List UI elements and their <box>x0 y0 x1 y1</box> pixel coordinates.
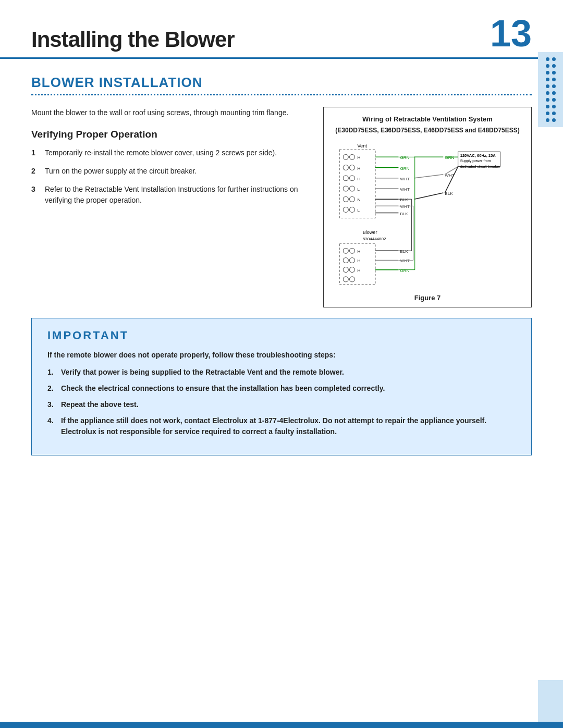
step-text-3: Refer to the Retractable Vent Installati… <box>45 184 308 206</box>
bottom-right-accent <box>538 680 563 722</box>
svg-point-5 <box>349 165 354 170</box>
important-intro: If the remote blower does not operate pr… <box>47 350 516 361</box>
svg-point-10 <box>343 186 348 191</box>
svg-text:Supply power from: Supply power from <box>460 159 491 163</box>
page-header: Installing the Blower 13 <box>0 0 563 59</box>
step-3: 3 Refer to the Retractable Vent Installa… <box>31 184 308 206</box>
svg-text:L: L <box>358 187 360 192</box>
step-number-2: 2 <box>31 166 40 177</box>
svg-text:WHT: WHT <box>400 204 409 209</box>
svg-text:WHT: WHT <box>400 258 409 263</box>
svg-point-2 <box>349 154 354 159</box>
svg-point-57 <box>343 277 348 282</box>
important-heading: IMPORTANT <box>47 329 516 342</box>
important-item-text-3: Repeat the above test. <box>61 399 139 410</box>
step-1: 1 Temporarily re-install the remote blow… <box>31 147 308 158</box>
dotted-rule <box>31 94 532 95</box>
svg-text:WHT: WHT <box>400 187 409 192</box>
right-column: Wiring of Retractable Ventilation System… <box>323 107 532 307</box>
svg-point-54 <box>343 267 348 273</box>
important-item-text-2: Check the electrical connections to ensu… <box>61 383 385 394</box>
step-number-3: 3 <box>31 184 40 206</box>
svg-text:H: H <box>358 155 361 160</box>
svg-text:5304444802: 5304444802 <box>363 237 386 241</box>
svg-text:H: H <box>358 166 361 171</box>
important-item-number-4: 4. <box>47 415 57 437</box>
svg-point-17 <box>349 207 354 212</box>
svg-point-52 <box>349 257 354 263</box>
svg-text:H: H <box>358 258 361 263</box>
svg-line-35 <box>414 175 444 178</box>
vent-label: Vent <box>358 143 368 149</box>
wiring-subtitle: (E30DD75ESS, E36DD75ESS, E46DD75ESS and … <box>330 126 525 135</box>
svg-line-37 <box>414 193 444 199</box>
svg-point-55 <box>349 267 354 273</box>
blower-label: Blower <box>363 230 377 235</box>
important-item-number-3: 3. <box>47 399 57 410</box>
svg-text:H: H <box>358 249 361 254</box>
two-column-layout: Mount the blower to the wall or roof usi… <box>31 107 532 307</box>
steps-list: 1 Temporarily re-install the remote blow… <box>31 147 308 206</box>
left-column: Mount the blower to the wall or roof usi… <box>31 107 308 307</box>
svg-point-1 <box>343 154 348 159</box>
important-item-number-1: 1. <box>47 367 57 378</box>
svg-text:H: H <box>358 268 361 273</box>
important-item-1: 1. Verify that power is being supplied t… <box>47 367 516 378</box>
svg-text:dedicated circuit breaker: dedicated circuit breaker <box>460 165 501 168</box>
svg-point-16 <box>343 207 348 212</box>
svg-text:BLK: BLK <box>400 212 408 216</box>
page-number: 13 <box>490 15 532 52</box>
important-item-text-1: Verify that power is being supplied to t… <box>61 367 344 378</box>
svg-text:H: H <box>358 177 361 181</box>
svg-point-13 <box>343 196 348 202</box>
svg-point-8 <box>349 176 354 181</box>
intro-text: Mount the blower to the wall or roof usi… <box>31 107 308 118</box>
sub-heading: Verifying Proper Operation <box>31 129 308 140</box>
step-text-2: Turn on the power supply at the circuit … <box>45 166 197 177</box>
page-title: Installing the Blower <box>31 27 235 52</box>
important-list: 1. Verify that power is being supplied t… <box>47 367 516 437</box>
svg-text:L: L <box>358 208 360 213</box>
important-item-3: 3. Repeat the above test. <box>47 399 516 410</box>
important-box: IMPORTANT If the remote blower does not … <box>31 318 532 455</box>
svg-text:BLK: BLK <box>445 191 453 196</box>
wiring-title: Wiring of Retractable Ventilation System <box>330 115 525 124</box>
svg-point-11 <box>349 186 354 191</box>
footer-bar <box>0 722 563 728</box>
svg-point-4 <box>343 165 348 170</box>
svg-text:120VAC, 60Hz, 15A: 120VAC, 60Hz, 15A <box>460 153 496 158</box>
wiring-svg: Vent H H H <box>330 140 525 288</box>
important-item-number-2: 2. <box>47 383 57 394</box>
svg-point-14 <box>349 196 354 202</box>
svg-text:GRN: GRN <box>400 268 409 273</box>
step-number-1: 1 <box>31 147 40 158</box>
main-content: BLOWER INSTALLATION Mount the blower to … <box>0 59 563 471</box>
svg-text:BLK: BLK <box>400 198 408 202</box>
svg-point-58 <box>349 277 354 282</box>
svg-text:WHT: WHT <box>400 177 409 181</box>
svg-text:N: N <box>358 198 361 202</box>
svg-text:GRN: GRN <box>400 166 409 171</box>
svg-point-48 <box>343 248 348 253</box>
svg-point-51 <box>343 257 348 263</box>
important-item-2: 2. Check the electrical connections to e… <box>47 383 516 394</box>
section-heading: BLOWER INSTALLATION <box>31 75 532 91</box>
figure-label: Figure 7 <box>330 294 525 302</box>
svg-point-49 <box>349 248 354 253</box>
svg-text:GRN: GRN <box>400 155 409 160</box>
important-item-text-4: If the appliance still does not work, co… <box>61 415 516 437</box>
step-text-1: Temporarily re-install the remote blower… <box>45 147 277 158</box>
wiring-diagram-box: Wiring of Retractable Ventilation System… <box>323 107 532 307</box>
step-2: 2 Turn on the power supply at the circui… <box>31 166 308 177</box>
svg-text:BLK: BLK <box>400 249 408 254</box>
sidebar-decoration <box>538 52 563 127</box>
important-item-4: 4. If the appliance still does not work,… <box>47 415 516 437</box>
svg-point-7 <box>343 176 348 181</box>
svg-text:GRN: GRN <box>445 155 454 160</box>
